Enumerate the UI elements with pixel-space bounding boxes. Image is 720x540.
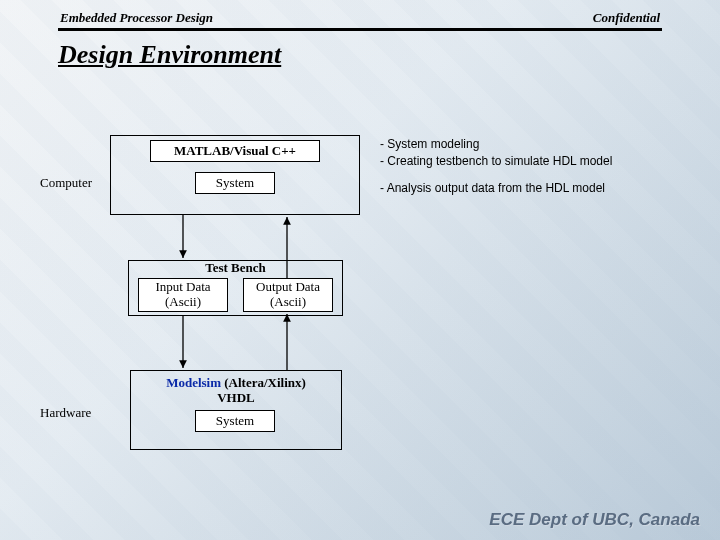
header-left: Embedded Processor Design — [60, 10, 213, 26]
testbench-label: Test Bench — [201, 260, 270, 275]
system-box-top: System — [195, 172, 275, 194]
header-rule — [58, 28, 662, 31]
input-data-box: Input Data (Ascii) — [138, 278, 228, 312]
input-data-line1: Input Data — [139, 280, 227, 295]
matlab-label: MATLAB/Visual C++ — [174, 143, 296, 158]
system-label-bottom: System — [216, 413, 254, 428]
side-label-hardware: Hardware — [40, 405, 91, 421]
header-right: Confidential — [593, 10, 660, 26]
output-data-line1: Output Data — [244, 280, 332, 295]
slide-title: Design Environment — [58, 40, 281, 70]
vhdl-label: VHDL — [217, 390, 255, 405]
annotation-top: - System modeling - Creating testbench t… — [380, 136, 612, 170]
system-box-bottom: System — [195, 410, 275, 432]
matlab-box: MATLAB/Visual C++ — [150, 140, 320, 162]
slide: Embedded Processor Design Confidential D… — [0, 0, 720, 540]
output-data-box: Output Data (Ascii) — [243, 278, 333, 312]
footer-text: ECE Dept of UBC, Canada — [489, 510, 700, 530]
system-label-top: System — [216, 175, 254, 190]
side-label-computer: Computer — [40, 175, 92, 191]
annotation-mid: - Analysis output data from the HDL mode… — [380, 180, 605, 197]
input-data-line2: (Ascii) — [139, 295, 227, 310]
diagram-canvas: Computer MATLAB/Visual C++ System - Syst… — [40, 100, 680, 480]
output-data-line2: (Ascii) — [244, 295, 332, 310]
